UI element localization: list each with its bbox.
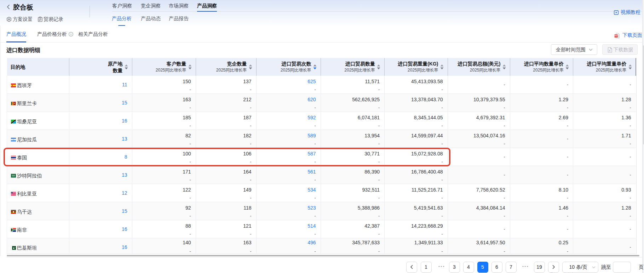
svg-text:PDF: PDF <box>615 35 618 37</box>
